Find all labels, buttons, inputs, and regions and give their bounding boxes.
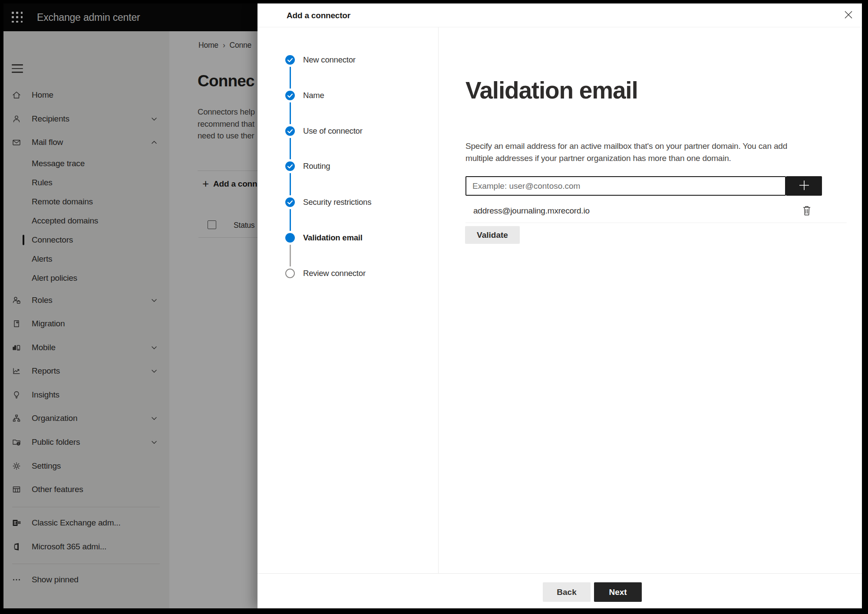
add-email-button[interactable] (786, 176, 822, 196)
step-upcoming-circle-icon (285, 268, 295, 279)
trash-icon (802, 211, 812, 218)
add-connector-panel: Add a connector New connector Name Use o… (257, 3, 862, 608)
step-connector-line (290, 209, 291, 231)
wizard-step-new-connector[interactable]: New connector (303, 53, 356, 66)
wizard-content-divider (438, 27, 439, 574)
validation-email-input[interactable] (465, 176, 786, 196)
step-content-description: Specify an email address for an active m… (465, 140, 787, 164)
close-button[interactable] (842, 9, 855, 22)
added-address-value: address@journaling.mxrecord.io (473, 199, 590, 223)
step-connector-line (290, 102, 291, 124)
wizard-step-routing[interactable]: Routing (303, 160, 330, 173)
wizard-step-validation-email[interactable]: Validation email (303, 231, 363, 244)
step-connector-line (290, 173, 291, 195)
back-button[interactable]: Back (543, 582, 591, 602)
step-connector-line (290, 138, 291, 159)
step-completed-check-icon (285, 126, 295, 136)
step-connector-line-pending (290, 245, 291, 266)
panel-footer-divider (257, 573, 862, 574)
wizard-step-security-restrictions[interactable]: Security restrictions (303, 196, 371, 209)
added-address-row: address@journaling.mxrecord.io (465, 199, 847, 223)
panel-title: Add a connector (287, 3, 350, 27)
step-completed-check-icon (285, 161, 295, 171)
next-button[interactable]: Next (594, 582, 642, 602)
step-completed-check-icon (285, 197, 295, 207)
close-icon (843, 15, 854, 21)
step-completed-check-icon (285, 90, 295, 101)
screen: Exchange admin center Home Recipients Ma… (3, 3, 862, 608)
step-completed-check-icon (285, 55, 295, 65)
wizard-step-review-connector[interactable]: Review connector (303, 267, 366, 280)
validate-button[interactable]: Validate (465, 226, 520, 244)
step-connector-line (290, 67, 291, 89)
plus-icon (798, 187, 811, 193)
wizard-step-name[interactable]: Name (303, 89, 324, 102)
step-content-title: Validation email (465, 76, 638, 104)
step-current-dot-icon (285, 233, 295, 243)
address-list-divider (465, 223, 847, 223)
panel-header: Add a connector (257, 3, 862, 27)
delete-address-button[interactable] (800, 205, 813, 218)
wizard-step-use-of-connector[interactable]: Use of connector (303, 125, 363, 138)
